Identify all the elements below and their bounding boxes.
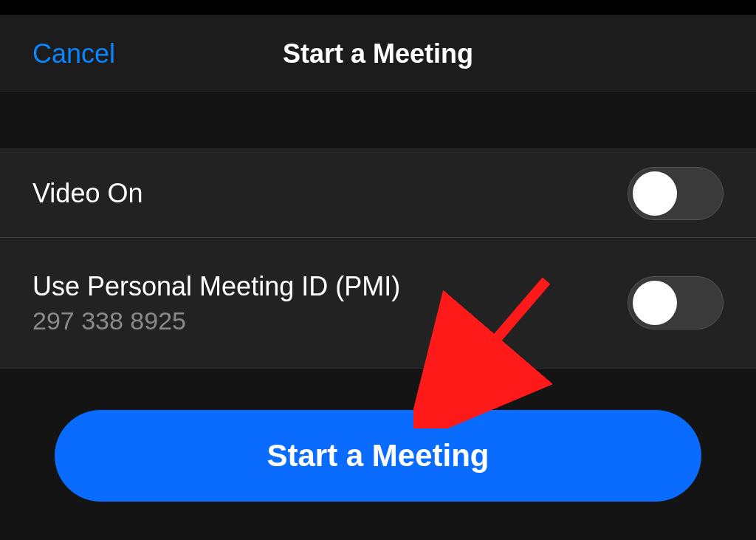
toggle-knob <box>633 171 677 216</box>
start-meeting-button[interactable]: Start a Meeting <box>55 410 701 502</box>
status-bar <box>0 0 756 15</box>
video-on-toggle[interactable] <box>628 167 724 220</box>
action-area: Start a Meeting <box>0 368 756 540</box>
pmi-id: 297 338 8925 <box>32 307 400 335</box>
settings-list: Video On Use Personal Meeting ID (PMI) 2… <box>0 149 756 368</box>
header-gap <box>0 93 756 149</box>
pmi-row: Use Personal Meeting ID (PMI) 297 338 89… <box>0 238 756 368</box>
video-on-row: Video On <box>0 149 756 238</box>
pmi-toggle[interactable] <box>628 276 724 329</box>
header: Cancel Start a Meeting <box>0 15 756 93</box>
pmi-label: Use Personal Meeting ID (PMI) <box>32 271 400 302</box>
page-title: Start a Meeting <box>283 38 473 69</box>
video-on-label: Video On <box>32 178 142 209</box>
cancel-button[interactable]: Cancel <box>32 38 115 69</box>
toggle-knob <box>633 281 677 325</box>
